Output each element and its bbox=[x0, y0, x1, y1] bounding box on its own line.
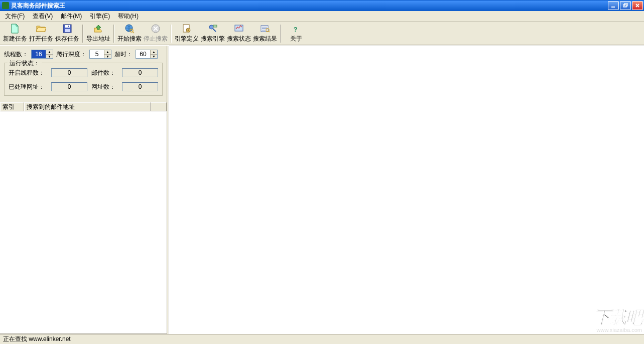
col-index[interactable]: 索引 bbox=[0, 102, 24, 111]
menu-file[interactable]: 文件(F) bbox=[2, 11, 28, 22]
listview-header: 索引 搜索到的邮件地址 bbox=[0, 102, 167, 111]
stop-search-button[interactable]: 停止搜索 bbox=[143, 23, 169, 44]
url-count-label: 网址数： bbox=[91, 83, 118, 91]
engine-def-button[interactable]: 引擎定义 bbox=[174, 23, 200, 44]
menu-mail[interactable]: 邮件(M) bbox=[58, 11, 85, 22]
timeout-label: 超时： bbox=[114, 50, 133, 59]
toolbar-separator bbox=[113, 25, 114, 43]
col-spacer[interactable] bbox=[151, 102, 167, 111]
svg-text:?: ? bbox=[294, 26, 297, 33]
threads-input[interactable] bbox=[32, 50, 46, 58]
status-legend: 运行状态： bbox=[8, 59, 42, 68]
gear-doc-icon bbox=[182, 24, 192, 34]
result-listview[interactable]: 索引 搜索到的邮件地址 bbox=[0, 102, 167, 334]
mail-count-value: 0 bbox=[122, 68, 158, 77]
threads-spinner[interactable]: ▲▼ bbox=[31, 50, 53, 59]
toolbar-separator bbox=[280, 25, 281, 43]
about-button[interactable]: ? 关于 bbox=[283, 23, 309, 44]
url-count-value: 0 bbox=[122, 82, 158, 91]
save-icon bbox=[62, 24, 72, 34]
open-threads-label: 开启线程数： bbox=[9, 69, 47, 77]
minimize-button[interactable] bbox=[608, 1, 619, 10]
processed-url-label: 已处理网址： bbox=[9, 83, 47, 91]
search-result-label: 搜索结果 bbox=[253, 35, 277, 43]
svg-point-13 bbox=[209, 25, 213, 29]
search-status-button[interactable]: 搜索状态 bbox=[226, 23, 252, 44]
status-icon bbox=[234, 24, 244, 34]
timeout-spinner[interactable]: ▲▼ bbox=[136, 50, 158, 59]
window-title: 灵客商务邮件搜索王 bbox=[11, 2, 608, 10]
save-task-button[interactable]: 保存任务 bbox=[54, 23, 80, 44]
open-task-label: 打开任务 bbox=[29, 35, 53, 43]
stop-search-label: 停止搜索 bbox=[144, 35, 168, 43]
main-area: 线程数： ▲▼ 爬行深度： ▲▼ 超时： ▲▼ 运行状态： 开启线程数： 0 邮… bbox=[0, 45, 644, 334]
search-status-label: 搜索状态 bbox=[227, 35, 251, 43]
open-folder-icon bbox=[36, 24, 46, 34]
svg-rect-5 bbox=[65, 29, 70, 32]
timeout-input[interactable] bbox=[136, 50, 150, 58]
processed-url-value: 0 bbox=[51, 82, 87, 91]
engine-def-label: 引擎定义 bbox=[175, 35, 199, 43]
params-row: 线程数： ▲▼ 爬行深度： ▲▼ 超时： ▲▼ bbox=[0, 46, 167, 61]
new-task-button[interactable]: 新建任务 bbox=[2, 23, 28, 44]
threads-label: 线程数： bbox=[4, 50, 28, 59]
menu-help[interactable]: 帮助(H) bbox=[115, 11, 142, 22]
col-address[interactable]: 搜索到的邮件地址 bbox=[24, 102, 151, 111]
depth-spinner[interactable]: ▲▼ bbox=[89, 50, 111, 59]
globe-search-icon bbox=[124, 24, 135, 34]
toolbar-separator bbox=[171, 25, 172, 43]
new-task-label: 新建任务 bbox=[3, 35, 27, 43]
export-address-button[interactable]: 导出地址 bbox=[85, 23, 111, 44]
save-task-label: 保存任务 bbox=[55, 35, 79, 43]
search-result-button[interactable]: 搜索结果 bbox=[252, 23, 278, 44]
export-icon bbox=[93, 24, 103, 34]
toolbar: 新建任务 打开任务 保存任务 导出地址 开始搜索 停止搜索 引擎定义 搜索引擎 … bbox=[0, 22, 644, 45]
mail-count-label: 邮件数： bbox=[91, 69, 118, 77]
spinner-buttons[interactable]: ▲▼ bbox=[104, 50, 111, 58]
about-label: 关于 bbox=[290, 35, 302, 43]
restore-button[interactable] bbox=[620, 1, 631, 10]
left-panel: 线程数： ▲▼ 爬行深度： ▲▼ 超时： ▲▼ 运行状态： 开启线程数： 0 邮… bbox=[0, 46, 167, 334]
content-panel bbox=[169, 46, 644, 334]
start-search-label: 开始搜索 bbox=[117, 35, 142, 43]
svg-rect-0 bbox=[611, 7, 615, 8]
engine-icon bbox=[208, 24, 218, 34]
statusbar: 正在查找 www.elinker.net bbox=[0, 334, 644, 344]
menu-view[interactable]: 查看(V) bbox=[30, 11, 56, 22]
depth-label: 爬行深度： bbox=[56, 50, 86, 59]
svg-rect-14 bbox=[213, 25, 217, 27]
svg-point-12 bbox=[188, 30, 189, 31]
start-search-button[interactable]: 开始搜索 bbox=[116, 23, 143, 44]
open-threads-value: 0 bbox=[51, 68, 87, 77]
menu-engine[interactable]: 引擎(E) bbox=[87, 11, 113, 22]
search-engine-label: 搜索引擎 bbox=[201, 35, 225, 43]
search-engine-button[interactable]: 搜索引擎 bbox=[200, 23, 226, 44]
close-button[interactable] bbox=[632, 1, 643, 10]
svg-rect-4 bbox=[65, 25, 70, 28]
spinner-buttons[interactable]: ▲▼ bbox=[150, 50, 157, 58]
titlebar: 灵客商务邮件搜索王 bbox=[0, 0, 644, 11]
open-task-button[interactable]: 打开任务 bbox=[28, 23, 54, 44]
window-buttons bbox=[608, 1, 643, 10]
toolbar-separator bbox=[82, 25, 83, 43]
export-address-label: 导出地址 bbox=[86, 35, 110, 43]
app-icon bbox=[2, 2, 9, 9]
result-icon bbox=[260, 24, 270, 34]
depth-input[interactable] bbox=[90, 50, 104, 58]
status-text: 正在查找 www.elinker.net bbox=[3, 335, 71, 343]
svg-rect-6 bbox=[68, 26, 69, 27]
stop-icon bbox=[151, 24, 161, 34]
spinner-buttons[interactable]: ▲▼ bbox=[46, 50, 53, 58]
help-icon: ? bbox=[291, 24, 301, 34]
menubar: 文件(F) 查看(V) 邮件(M) 引擎(E) 帮助(H) bbox=[0, 11, 644, 22]
new-file-icon bbox=[10, 24, 20, 34]
status-groupbox: 运行状态： 开启线程数： 0 邮件数： 0 已处理网址： 0 网址数： 0 bbox=[4, 63, 163, 96]
